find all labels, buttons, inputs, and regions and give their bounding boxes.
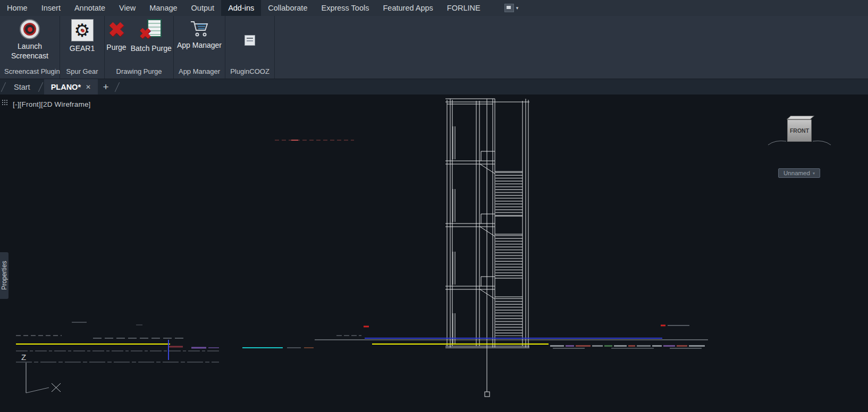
tower-wireframe [445,99,529,397]
ucs-x-marker [52,383,61,392]
gear1-button[interactable]: ⚙ GEAR1 [69,19,96,54]
ribbon-overflow-button[interactable]: ▾ [499,0,524,16]
plugin-icon [245,35,255,46]
panel-title: PluginCOOZ [225,67,274,79]
tab-annotate[interactable]: Annotate [68,0,112,16]
tab-separator [37,79,44,95]
view-selector[interactable]: Unnamed ▾ [778,168,820,178]
record-icon [20,19,40,39]
panel-plugincooz: PluginCOOZ [225,16,275,79]
viewport-controls[interactable]: [-][Front][2D Wireframe] [13,100,91,108]
stair-treads [495,172,523,336]
plugincooz-button[interactable] [243,19,256,46]
panel-drawing-purge: ✖ Purge ✖ Batch Purge Drawing Purge [105,16,174,79]
viewcube-face-label: FRONT [790,127,809,134]
panel-title: App Manager [174,67,225,79]
batch-purge-button[interactable]: ✖ Batch Purge [130,19,173,54]
ribbon: Launch Screencast Screencast Plugin ⚙ GE… [0,16,868,79]
tab-add-ins[interactable]: Add-ins [221,0,261,16]
view-selector-value: Unnamed [783,170,810,176]
tab-view[interactable]: View [112,0,142,16]
tab-manage[interactable]: Manage [142,0,184,16]
ucs-icon: Z [21,353,61,393]
new-tab-button[interactable]: + [98,79,114,95]
file-tab-plano[interactable]: PLANO* ✕ [44,79,98,95]
workspace-icon [504,4,514,12]
panel-title: Screencast Plugin [0,67,60,79]
tool-label: Batch Purge [131,44,172,54]
ground-lines [16,322,708,362]
properties-palette-tab[interactable]: Properties [0,252,9,299]
tab-forline[interactable]: FORLINE [440,0,487,16]
panel-title: Spur Gear [60,67,104,79]
panel-screencast-plugin: Launch Screencast Screencast Plugin [0,16,60,79]
tab-separator [114,79,121,95]
drawing-canvas[interactable]: Z [-][Front][2D Wireframe] Properties FR… [0,95,868,412]
viewport-grip-icon [2,99,7,105]
tool-label: Launch Screencast [9,42,50,61]
file-tab-start[interactable]: Start [7,79,37,95]
close-icon[interactable]: ✕ [86,83,91,91]
tool-label: App Manager [177,41,222,50]
chevron-down-icon: ▾ [813,171,815,176]
cart-icon [189,19,210,38]
launch-screencast-button[interactable]: Launch Screencast [8,19,52,61]
gear-icon: ⚙ [71,19,94,41]
file-tab-label: PLANO* [51,83,81,91]
tool-label: GEAR1 [70,44,95,54]
tab-insert[interactable]: Insert [35,0,68,16]
panel-app-manager: App Manager App Manager [174,16,225,79]
tab-output[interactable]: Output [184,0,222,16]
purge-button[interactable]: ✖ Purge [105,19,127,53]
purge-x-icon: ✖ [108,19,125,40]
tab-separator [0,79,7,95]
batch-purge-icon: ✖ [139,19,163,41]
panel-spur-gear: ⚙ GEAR1 Spur Gear [60,16,105,79]
tab-home[interactable]: Home [0,0,35,16]
panel-title: Drawing Purge [105,67,173,79]
ucs-z-label: Z [21,353,26,362]
file-tab-label: Start [14,83,30,91]
tab-express-tools[interactable]: Express Tools [314,0,376,16]
chevron-down-icon: ▾ [516,5,519,11]
tab-collaborate[interactable]: Collaborate [261,0,314,16]
app-manager-button[interactable]: App Manager [176,19,223,51]
wireframe-drawing: Z [0,95,868,412]
tool-label: Purge [106,43,126,53]
file-tab-bar: Start PLANO* ✕ + [0,79,868,95]
viewcube[interactable]: FRONT [787,119,812,142]
ribbon-tab-bar: Home Insert Annotate View Manage Output … [0,0,868,16]
tab-featured-apps[interactable]: Featured Apps [376,0,440,16]
